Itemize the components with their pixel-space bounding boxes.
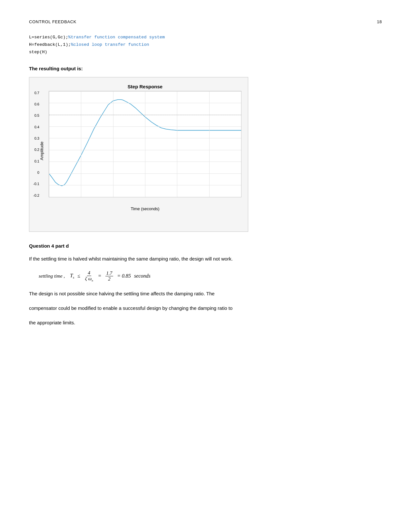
grid-v-0 xyxy=(49,91,49,197)
math-Ts: Ts xyxy=(70,273,74,279)
code-block: L=series(G,Gc);%transfer function compen… xyxy=(29,34,382,56)
chart-y-label: Amplitude xyxy=(39,142,44,160)
code-line-1: L=series(G,Gc);%transfer function compen… xyxy=(29,34,382,41)
body-text-4: the appropriate limits. xyxy=(29,318,382,327)
grid-h-9 xyxy=(49,197,241,197)
math-settling-label: settling time , xyxy=(39,273,65,279)
grid-v-2 xyxy=(113,91,113,197)
body-text-2: The design is not possible since halving… xyxy=(29,289,382,298)
grid-v-1 xyxy=(81,91,81,197)
body-text-3: compensator could be modified to enable … xyxy=(29,304,382,312)
code-line3: step(H) xyxy=(29,50,47,54)
chart-title: Step Response xyxy=(49,84,241,89)
grid-v-4 xyxy=(177,91,177,197)
math-block: settling time , Ts ≤ 4 ζ ωn = 1.7 2 = 0.… xyxy=(39,270,382,282)
code-line2-black: H=feedback(L,1); xyxy=(29,42,71,47)
chart-x-label: Time (seconds) xyxy=(49,206,241,211)
page-number: 18 xyxy=(377,19,382,24)
page-header: CONTROL FEEDBACK 18 xyxy=(29,19,382,24)
code-line1-comment: %transfer function compensated system xyxy=(68,35,165,40)
math-fraction-2: 1.7 2 xyxy=(105,271,113,282)
output-label: The resulting output is: xyxy=(29,66,382,71)
y-axis-labels: 0.7 0.6 0.5 0.4 0.3 0.2 0.1 0 -0.1 -0.2 xyxy=(33,91,39,197)
step-response-chart: Step Response Amplitude 0.7 0.6 0.5 0.4 … xyxy=(29,77,248,232)
grid-v-6 xyxy=(241,91,241,197)
chart-area: 0 2 4 6 8 10 12 xyxy=(49,91,241,197)
code-line-3: step(H) xyxy=(29,49,382,56)
header-title: CONTROL FEEDBACK xyxy=(29,19,76,24)
math-fraction-1: 4 ζ ωn xyxy=(84,270,94,282)
code-line-2: H=feedback(L,1);%closed loop transfer fu… xyxy=(29,41,382,49)
question-title: Question 4 part d xyxy=(29,243,382,249)
body-text-1: If the settling time is halved whilst ma… xyxy=(29,254,382,263)
grid-v-5 xyxy=(209,91,210,197)
code-line1-black: L=series(G,Gc); xyxy=(29,35,68,40)
grid-v-3 xyxy=(145,91,145,197)
reference-line-0-5 xyxy=(49,115,241,115)
code-line2-comment: %closed loop transfer function xyxy=(71,42,149,47)
